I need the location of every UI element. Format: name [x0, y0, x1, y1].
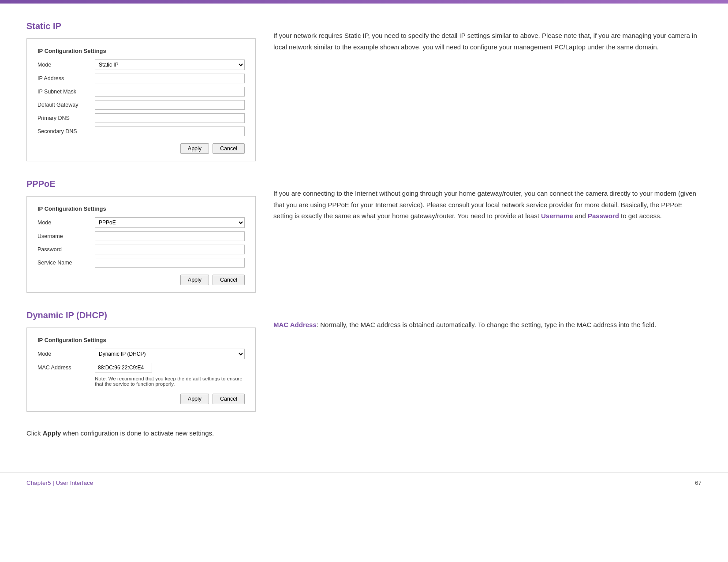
dynamic-ip-mac-highlight: MAC Address [273, 321, 317, 328]
dynamic-ip-cancel-button[interactable]: Cancel [213, 394, 245, 404]
static-ip-address-label: IP Address [37, 75, 95, 82]
static-ip-primary-dns-input[interactable] [95, 113, 245, 123]
static-ip-actions: Apply Cancel [37, 143, 245, 154]
static-ip-gateway-label: Default Gateway [37, 102, 95, 108]
pppoe-username-highlight: Username [541, 212, 573, 220]
dynamic-ip-left: Dynamic IP (DHCP) IP Configuration Setti… [26, 310, 256, 412]
dynamic-ip-config-box: IP Configuration Settings Mode Static IP… [26, 328, 256, 412]
pppoe-password-input[interactable] [95, 245, 245, 254]
pppoe-description-text: If you are connecting to the Internet wi… [273, 188, 702, 222]
static-ip-config-box: IP Configuration Settings Mode Static IP… [26, 38, 256, 161]
pppoe-service-name-input[interactable] [95, 258, 245, 268]
static-ip-box-title: IP Configuration Settings [37, 48, 245, 54]
static-ip-subnet-row: IP Subnet Mask [37, 87, 245, 97]
pppoe-username-input[interactable] [95, 231, 245, 241]
pppoe-password-row: Password [37, 245, 245, 254]
dynamic-ip-mode-row: Mode Static IP PPPoE Dynamic IP (DHCP) [37, 349, 245, 359]
pppoe-service-name-row: Service Name [37, 258, 245, 268]
click-apply-text: Click Apply when configuration is done t… [26, 429, 702, 437]
dynamic-ip-title: Dynamic IP (DHCP) [26, 310, 256, 320]
pppoe-left: PPPoE IP Configuration Settings Mode Sta… [26, 179, 256, 293]
static-ip-secondary-dns-input[interactable] [95, 127, 245, 136]
click-apply-bold: Apply [43, 429, 61, 437]
top-bar [0, 0, 728, 4]
static-ip-mode-select[interactable]: Static IP PPPoE Dynamic IP (DHCP) [95, 60, 245, 70]
dynamic-ip-mode-select[interactable]: Static IP PPPoE Dynamic IP (DHCP) [95, 349, 245, 359]
static-ip-mode-label: Mode [37, 62, 95, 68]
pppoe-username-label: Username [37, 233, 95, 239]
pppoe-description: If you are connecting to the Internet wi… [273, 179, 702, 293]
pppoe-box-title: IP Configuration Settings [37, 205, 245, 212]
static-ip-secondary-dns-label: Secondary DNS [37, 128, 95, 134]
footer: Chapter5 | User Interface 67 [0, 472, 728, 493]
page-content: Static IP IP Configuration Settings Mode… [0, 4, 728, 468]
dynamic-ip-note: Note: We recommend that you keep the def… [95, 376, 245, 387]
dynamic-ip-box-title: IP Configuration Settings [37, 337, 245, 343]
dynamic-ip-mode-label: Mode [37, 351, 95, 357]
static-ip-cancel-button[interactable]: Cancel [213, 143, 245, 154]
static-ip-mode-row: Mode Static IP PPPoE Dynamic IP (DHCP) [37, 60, 245, 70]
pppoe-service-name-label: Service Name [37, 260, 95, 266]
pppoe-mode-label: Mode [37, 220, 95, 226]
pppoe-cancel-button[interactable]: Cancel [213, 275, 245, 285]
footer-left: Chapter5 | User Interface [26, 480, 93, 486]
pppoe-actions: Apply Cancel [37, 275, 245, 285]
dynamic-ip-mac-label: MAC Address [37, 365, 95, 371]
static-ip-description-text: If your network requires Static IP, you … [273, 30, 702, 52]
pppoe-mode-row: Mode Static IP PPPoE Dynamic IP (DHCP) [37, 217, 245, 228]
dynamic-ip-apply-button[interactable]: Apply [180, 394, 209, 404]
static-ip-gateway-input[interactable] [95, 100, 245, 110]
pppoe-title: PPPoE [26, 179, 256, 189]
pppoe-apply-button[interactable]: Apply [180, 275, 209, 285]
static-ip-section: Static IP IP Configuration Settings Mode… [26, 21, 702, 161]
pppoe-username-row: Username [37, 231, 245, 241]
dynamic-ip-description: MAC Address: Normally, the MAC address i… [273, 310, 702, 412]
footer-right: 67 [695, 480, 702, 486]
static-ip-title: Static IP [26, 21, 256, 31]
static-ip-gateway-row: Default Gateway [37, 100, 245, 110]
static-ip-subnet-label: IP Subnet Mask [37, 89, 95, 95]
static-ip-description: If your network requires Static IP, you … [273, 21, 702, 161]
static-ip-address-input[interactable] [95, 74, 245, 83]
static-ip-primary-dns-label: Primary DNS [37, 115, 95, 121]
pppoe-password-label: Password [37, 246, 95, 253]
dynamic-ip-actions: Apply Cancel [37, 394, 245, 404]
pppoe-config-box: IP Configuration Settings Mode Static IP… [26, 196, 256, 293]
static-ip-apply-button[interactable]: Apply [180, 143, 209, 154]
static-ip-primary-dns-row: Primary DNS [37, 113, 245, 123]
pppoe-password-highlight: Password [588, 212, 619, 220]
static-ip-subnet-input[interactable] [95, 87, 245, 97]
pppoe-mode-select[interactable]: Static IP PPPoE Dynamic IP (DHCP) [95, 217, 245, 228]
dynamic-ip-section: Dynamic IP (DHCP) IP Configuration Setti… [26, 310, 702, 412]
pppoe-section: PPPoE IP Configuration Settings Mode Sta… [26, 179, 702, 293]
dynamic-ip-mac-input[interactable] [95, 363, 152, 372]
static-ip-address-row: IP Address [37, 74, 245, 83]
dynamic-ip-description-text: MAC Address: Normally, the MAC address i… [273, 319, 702, 331]
static-ip-left: Static IP IP Configuration Settings Mode… [26, 21, 256, 161]
static-ip-secondary-dns-row: Secondary DNS [37, 127, 245, 136]
dynamic-ip-mac-row: MAC Address [37, 363, 245, 372]
